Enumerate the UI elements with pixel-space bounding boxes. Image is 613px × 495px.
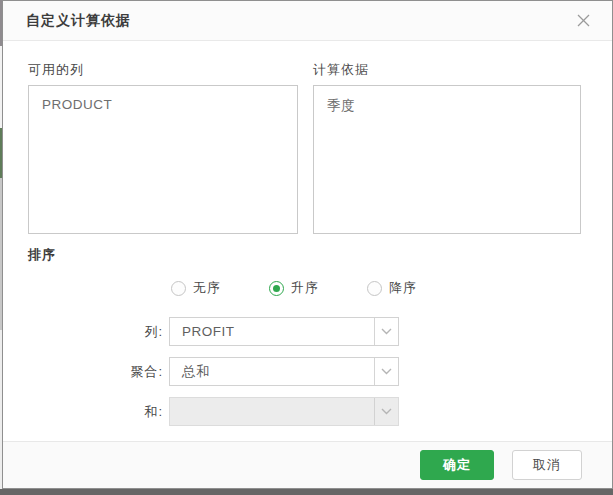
dialog-titlebar: 自定义计算依据 [3,1,612,41]
radio-icon [367,281,382,296]
chevron-down-icon [374,358,398,385]
radio-option-none[interactable]: 无序 [171,279,221,297]
ok-button[interactable]: 确定 [420,450,494,480]
radio-label: 升序 [291,279,319,297]
list-item[interactable]: 季度 [314,86,580,115]
available-columns-label: 可用的列 [28,61,84,79]
dialog-footer: 确定 取消 [3,442,612,488]
sort-radio-group: 无序 升序 降序 [171,279,417,297]
radio-label: 降序 [389,279,417,297]
column-select[interactable]: PROFIT [169,317,399,346]
available-columns-list[interactable]: PRODUCT [28,85,298,234]
list-item[interactable]: PRODUCT [29,86,297,112]
close-icon [577,14,590,27]
window-bottom-edge [0,489,613,495]
column-field-row: 列: PROFIT [3,317,612,346]
aggregate-select-value: 总和 [170,358,374,385]
dialog-title: 自定义计算依据 [26,12,572,30]
calc-basis-list[interactable]: 季度 [313,85,581,234]
column-select-value: PROFIT [170,318,374,345]
custom-calc-basis-dialog: 自定义计算依据 可用的列 计算依据 PRODUCT 季度 排序 无序 [2,0,613,489]
chevron-down-icon [374,318,398,345]
and-field-row: 和: [3,397,612,426]
aggregate-field-row: 聚合: 总和 [3,357,612,386]
radio-label: 无序 [193,279,221,297]
radio-option-ascending[interactable]: 升序 [269,279,319,297]
and-select-value [170,398,374,425]
aggregate-select[interactable]: 总和 [169,357,399,386]
and-select [169,397,399,426]
aggregate-field-label: 聚合: [3,357,163,386]
sort-section-label: 排序 [28,246,56,264]
close-button[interactable] [572,10,594,32]
radio-icon [171,281,186,296]
radio-icon [269,281,284,296]
column-field-label: 列: [3,317,163,346]
radio-option-descending[interactable]: 降序 [367,279,417,297]
screen: 自定义计算依据 可用的列 计算依据 PRODUCT 季度 排序 无序 [0,0,613,495]
and-field-label: 和: [3,397,163,426]
cancel-button[interactable]: 取消 [512,450,582,480]
chevron-down-icon [374,398,398,425]
calc-basis-label: 计算依据 [313,61,369,79]
